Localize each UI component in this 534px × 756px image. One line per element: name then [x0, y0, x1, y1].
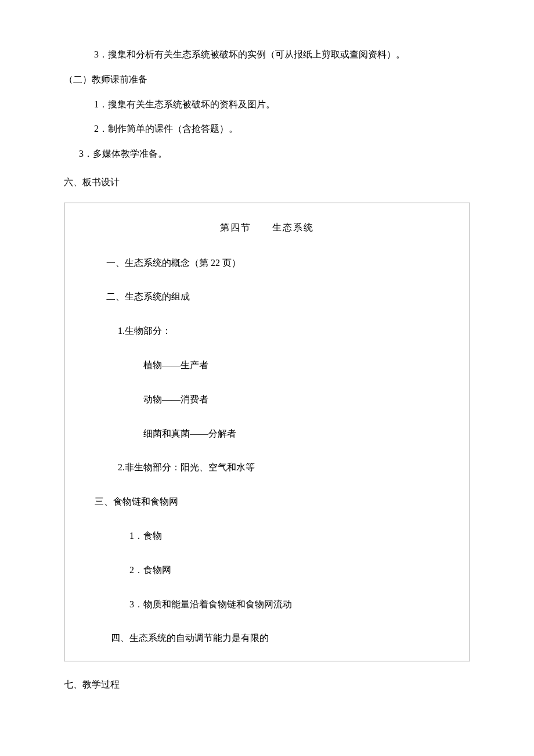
board-s3-2: 2．食物网 — [88, 562, 446, 579]
board-s2-1a: 植物——生产者 — [88, 357, 446, 374]
teacher-prep-item-1: 1．搜集有关生态系统被破坏的资料及图片。 — [64, 96, 470, 113]
board-s2: 二、生态系统的组成 — [88, 289, 446, 305]
board-s2-1: 1.生物部分： — [88, 323, 446, 340]
board-s3-1: 1．食物 — [88, 528, 446, 545]
board-s2-1c: 细菌和真菌——分解者 — [88, 426, 446, 442]
teacher-prep-item-2: 2．制作简单的课件（含抢答题）。 — [64, 121, 470, 138]
prep-item-3: 3．搜集和分析有关生态系统被破坏的实例（可从报纸上剪取或查阅资料）。 — [64, 46, 470, 63]
board-s4: 四、生态系统的自动调节能力是有限的 — [88, 630, 446, 647]
board-s3-3: 3．物质和能量沿着食物链和食物网流动 — [88, 596, 446, 613]
section-7-heading: 七、教学过程 — [64, 676, 470, 693]
board-design-box: 第四节 生态系统 一、生态系统的概念（第 22 页） 二、生态系统的组成 1.生… — [64, 203, 470, 661]
board-s3: 三、食物链和食物网 — [88, 494, 446, 510]
board-title: 第四节 生态系统 — [88, 219, 446, 236]
teacher-prep-heading: （二）教师课前准备 — [64, 71, 470, 88]
board-s1: 一、生态系统的概念（第 22 页） — [88, 255, 446, 272]
board-s2-1b: 动物——消费者 — [88, 391, 446, 408]
teacher-prep-item-3: 3．多媒体教学准备。 — [64, 146, 470, 163]
section-6-heading: 六、板书设计 — [64, 174, 470, 191]
board-s2-2: 2.非生物部分：阳光、空气和水等 — [88, 459, 446, 476]
